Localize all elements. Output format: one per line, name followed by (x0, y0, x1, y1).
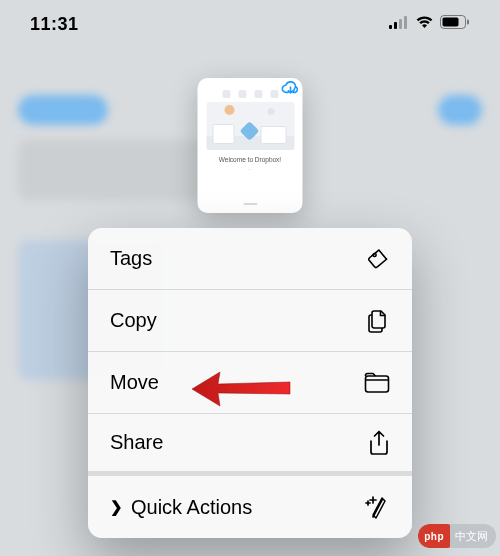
cellular-icon (389, 15, 409, 33)
preview-thumbnail (206, 102, 294, 150)
svg-rect-8 (366, 376, 389, 392)
share-icon (368, 430, 390, 456)
svg-rect-1 (394, 22, 397, 29)
preview-subcaption: ··· (248, 166, 252, 172)
svg-rect-5 (443, 18, 459, 27)
preview-caption: Welcome to Dropbox! (219, 156, 281, 163)
svg-rect-3 (404, 16, 407, 29)
menu-item-quick-actions[interactable]: ❯ Quick Actions (88, 476, 412, 538)
wifi-icon (415, 15, 434, 33)
svg-rect-0 (389, 25, 392, 29)
status-icons (389, 15, 470, 33)
cloud-download-icon (281, 80, 301, 100)
svg-point-7 (373, 253, 376, 256)
menu-item-move[interactable]: Move (88, 352, 412, 414)
menu-label: Quick Actions (131, 496, 252, 519)
menu-item-tags[interactable]: Tags (88, 228, 412, 290)
menu-label: Copy (110, 309, 157, 332)
status-bar: 11:31 (0, 0, 500, 48)
menu-label: Tags (110, 247, 152, 270)
svg-rect-2 (399, 19, 402, 29)
chevron-right-icon: ❯ (110, 498, 123, 516)
menu-item-share[interactable]: Share (88, 414, 412, 476)
watermark-badge: php (418, 524, 450, 548)
context-menu: Tags Copy Move Share ❯ Quick Actions (88, 228, 412, 538)
battery-icon (440, 15, 470, 33)
watermark: php 中文网 (418, 524, 496, 548)
watermark-text: 中文网 (455, 529, 488, 544)
folder-icon (364, 372, 390, 394)
sparkle-icon (364, 495, 390, 519)
menu-label: Move (110, 371, 159, 394)
copy-icon (366, 308, 390, 333)
tag-icon (366, 247, 390, 271)
menu-label: Share (110, 431, 163, 454)
status-time: 11:31 (30, 14, 79, 35)
menu-item-copy[interactable]: Copy (88, 290, 412, 352)
file-preview-card[interactable]: Welcome to Dropbox! ··· (198, 78, 303, 213)
svg-rect-6 (467, 20, 469, 25)
